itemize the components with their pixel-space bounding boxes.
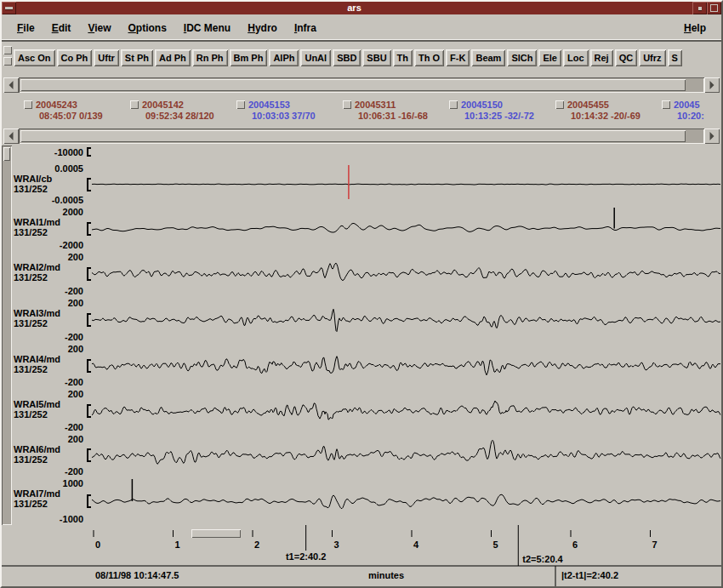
event-checkbox[interactable]: [130, 100, 139, 109]
scrollbar-trough[interactable]: [19, 128, 704, 144]
axis-tick-label: 4: [413, 539, 419, 550]
waveform-row[interactable]: 200 WRAI4/md 131/252 -200: [12, 343, 721, 388]
event-item[interactable]: 20045142 09:52:34 28/120: [130, 98, 236, 127]
menu-items: FileEditViewOptionsIDC MenuHydroInfra: [9, 19, 325, 37]
menu-item[interactable]: File: [9, 19, 43, 37]
events-hscrollbar[interactable]: [2, 127, 721, 146]
scroll-right-arrow-icon[interactable]: [704, 77, 720, 93]
event-header: 20045150: [449, 98, 555, 111]
scroll-right-arrow-icon[interactable]: [704, 128, 720, 144]
channel-scale-bottom: -2000: [60, 240, 83, 250]
channel-label: 2000 WRAI1/md 131/252 -2000: [12, 206, 92, 251]
event-header: 20045153: [236, 98, 343, 111]
event-time: 08:45:07 0/139: [39, 111, 130, 121]
event-header: 20045: [662, 98, 721, 111]
scrollbar-trough[interactable]: [19, 77, 704, 93]
channel-name: WRAI7/md: [14, 488, 60, 499]
waveform-trace[interactable]: [92, 388, 721, 433]
toolbar-button[interactable]: F-K: [446, 49, 470, 66]
waveform-row[interactable]: 1000 WRAI7/md 131/252 -1000: [12, 477, 721, 525]
event-checkbox[interactable]: [343, 100, 351, 109]
toolbar-button[interactable]: Th: [393, 49, 413, 66]
toolbar-button[interactable]: Ufrz: [639, 49, 665, 66]
menu-item[interactable]: Edit: [43, 19, 80, 37]
waveform-row[interactable]: 200 WRAI2/md 131/252 -200: [12, 251, 721, 297]
toolbar-button[interactable]: QC: [615, 49, 638, 66]
window-minimize-button[interactable]: [692, 2, 707, 14]
toolbar-button[interactable]: Rn Ph: [192, 49, 228, 66]
event-item[interactable]: 20045 10:20:: [662, 98, 721, 127]
toolbar-button[interactable]: S: [668, 49, 682, 66]
event-checkbox[interactable]: [236, 100, 245, 109]
waveform-trace[interactable]: [92, 251, 721, 297]
toolbar-button[interactable]: St Ph: [121, 49, 153, 66]
toolbar-button[interactable]: UnAl: [300, 49, 331, 66]
axis-tick-label: 3: [334, 539, 339, 550]
scroll-left-arrow-icon[interactable]: [3, 128, 19, 144]
waveform-trace[interactable]: [92, 477, 721, 525]
toolbar-button[interactable]: Rej: [590, 49, 613, 66]
event-item[interactable]: 20045150 10:13:25 -32/-72: [449, 98, 555, 127]
toolbar-button[interactable]: Ele: [538, 49, 561, 66]
menu-item[interactable]: Infra: [286, 19, 325, 37]
channel-label: -10000: [12, 146, 92, 163]
toolbar-scroll-up-button[interactable]: [3, 46, 12, 54]
menu-item[interactable]: View: [79, 19, 119, 37]
toolbar-button[interactable]: Bm Ph: [230, 49, 268, 66]
event-time: 09:52:34 28/120: [145, 111, 236, 121]
waveform-row[interactable]: 0.0005 WRAI/cb 131/252 -0.0005: [12, 163, 721, 206]
waveform-trace[interactable]: [92, 343, 721, 388]
titlebar[interactable]: ars: [2, 2, 721, 14]
event-item[interactable]: 20045243 08:45:07 0/139: [24, 98, 130, 127]
event-checkbox[interactable]: [662, 100, 670, 109]
menu-item-help[interactable]: Help: [675, 19, 714, 37]
event-checkbox[interactable]: [24, 100, 32, 109]
toolbar-button[interactable]: Th O: [414, 49, 444, 66]
amplitude-scale-bracket: [87, 448, 91, 462]
event-item[interactable]: 20045455 10:14:32 -20/-69: [555, 98, 662, 127]
event-id: 20045: [674, 100, 700, 110]
event-item[interactable]: 20045153 10:03:03 37/70: [236, 98, 343, 127]
menu-item[interactable]: Options: [120, 19, 175, 37]
waveform-vscrollbar[interactable]: [2, 146, 12, 525]
waveform-trace[interactable]: [92, 163, 721, 206]
toolbar-button[interactable]: SlCh: [507, 49, 537, 66]
toolbar-button[interactable]: SBD: [333, 49, 361, 66]
event-item[interactable]: 20045311 10:06:31 -16/-68: [343, 98, 449, 127]
scroll-left-arrow-icon[interactable]: [3, 77, 19, 93]
menu-item[interactable]: Hydro: [239, 19, 286, 37]
window-menu-button[interactable]: [2, 2, 16, 14]
channel-label: 200 WRAI6/md 131/252 -200: [12, 433, 92, 477]
waveform-trace[interactable]: [92, 433, 721, 477]
toolbar-button[interactable]: Beam: [471, 49, 505, 66]
scrollbar-thumb[interactable]: [20, 79, 686, 91]
waveform-row[interactable]: -10000: [12, 146, 721, 163]
menu-item[interactable]: IDC Menu: [175, 19, 239, 37]
toolbar-button[interactable]: Loc: [563, 49, 589, 66]
event-id: 20045311: [355, 100, 396, 110]
menubar: FileEditViewOptionsIDC MenuHydroInfra He…: [2, 14, 721, 42]
t2-label: t2=5:20.4: [522, 554, 563, 564]
toolbar-button[interactable]: SBU: [362, 49, 390, 66]
scrollbar-thumb[interactable]: [3, 147, 10, 161]
toolbar-button[interactable]: AlPh: [269, 49, 299, 66]
time-scrollbar-thumb[interactable]: [191, 529, 241, 538]
window-maximize-button[interactable]: [707, 2, 721, 14]
waveform-row[interactable]: 200 WRAI5/md 131/252 -200: [12, 388, 721, 433]
scrollbar-thumb[interactable]: [20, 130, 686, 142]
event-checkbox[interactable]: [449, 100, 458, 109]
waveform-row[interactable]: 2000 WRAI1/md 131/252 -2000: [12, 206, 721, 251]
waveform-trace[interactable]: [92, 146, 721, 163]
toolbar-scroll-down-button[interactable]: [3, 57, 12, 66]
toolbar-button[interactable]: Ad Ph: [155, 49, 191, 66]
waveform-trace[interactable]: [92, 297, 721, 343]
waveform-trace[interactable]: [92, 206, 721, 251]
toolbar-button[interactable]: Asc On: [14, 49, 55, 66]
toolbar-hscrollbar[interactable]: [2, 76, 721, 94]
toolbar-button[interactable]: Uftr: [94, 49, 119, 66]
channel-scale-bottom: -200: [65, 332, 83, 342]
toolbar-button[interactable]: Co Ph: [57, 49, 93, 66]
waveform-row[interactable]: 200 WRAI3/md 131/252 -200: [12, 297, 721, 343]
waveform-row[interactable]: 200 WRAI6/md 131/252 -200: [12, 433, 721, 477]
event-checkbox[interactable]: [555, 100, 564, 109]
